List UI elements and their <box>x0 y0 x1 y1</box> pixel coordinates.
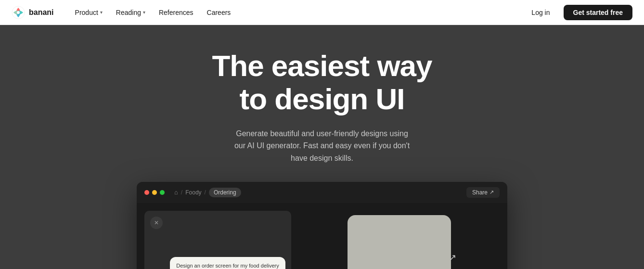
close-panel-button[interactable]: ✕ <box>150 217 163 229</box>
navbar-actions: Log in Get started free <box>524 5 632 20</box>
navbar: banani Product ▾ Reading ▾ References Ca… <box>0 0 644 25</box>
breadcrumb-ordering: Ordering <box>209 188 241 197</box>
chat-panel: ✕ Design an order screen for my food del… <box>144 211 291 269</box>
breadcrumb: ⌂ / Foody / Ordering <box>174 188 241 197</box>
chat-bubble: Design an order screen for my food deliv… <box>170 257 285 269</box>
navbar-links: Product ▾ Reading ▾ References Careers <box>69 6 524 19</box>
share-button[interactable]: Share ↗ <box>466 187 500 198</box>
nav-references[interactable]: References <box>153 6 199 19</box>
logo-text: banani <box>29 8 54 17</box>
browser-content: ✕ Design an order screen for my food del… <box>137 203 507 269</box>
share-icon: ↗ <box>489 189 494 195</box>
careers-label: Careers <box>207 9 231 16</box>
hero-title: The easiest way to design UI <box>12 49 632 116</box>
svg-point-1 <box>17 11 20 14</box>
logo-icon <box>12 6 25 19</box>
product-chevron-icon: ▾ <box>100 10 103 15</box>
dot-maximize <box>160 190 165 195</box>
dot-minimize <box>152 190 157 195</box>
nav-product[interactable]: Product ▾ <box>69 6 108 19</box>
home-icon: ⌂ <box>174 189 178 196</box>
reading-label: Reading <box>116 9 141 16</box>
get-started-button[interactable]: Get started free <box>564 5 632 20</box>
cursor-icon: ↗ <box>449 252 456 263</box>
references-label: References <box>159 9 193 16</box>
nav-careers[interactable]: Careers <box>201 6 237 19</box>
login-button[interactable]: Log in <box>524 6 557 19</box>
logo[interactable]: banani <box>12 6 54 19</box>
browser-dots <box>144 190 165 195</box>
browser-mockup: ⌂ / Foody / Ordering Share ↗ ✕ Design an… <box>137 182 507 269</box>
product-label: Product <box>75 9 98 16</box>
browser-bar: ⌂ / Foody / Ordering Share ↗ <box>137 182 507 203</box>
breadcrumb-foody: Foody <box>185 189 201 196</box>
reading-chevron-icon: ▾ <box>143 10 145 15</box>
nav-reading[interactable]: Reading ▾ <box>110 6 151 19</box>
hero-subtitle: Generate beautiful and user-friendly des… <box>231 128 413 165</box>
preview-card <box>348 215 451 269</box>
dot-close <box>144 190 149 195</box>
preview-panel: ↗ <box>299 211 500 269</box>
hero-section: The easiest way to design UI Generate be… <box>0 25 644 269</box>
